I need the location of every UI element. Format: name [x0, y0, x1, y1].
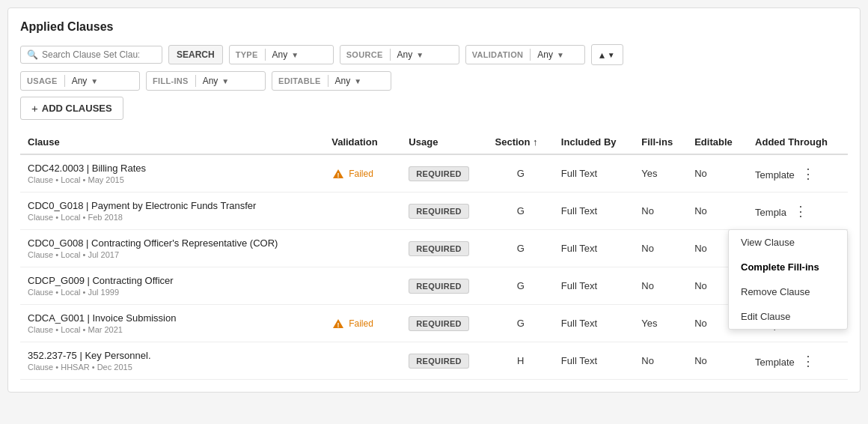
source-filter[interactable]: SOURCE Any ▼ Any	[340, 45, 459, 64]
warning-triangle-icon: !	[331, 168, 345, 180]
warning-triangle-icon: !	[331, 318, 345, 330]
more-options-button[interactable]: ⋮	[797, 166, 819, 182]
col-clause: Clause	[20, 130, 324, 154]
search-input[interactable]	[42, 49, 139, 60]
clause-cell: CDC42.0003 | Billing RatesClause • Local…	[20, 154, 324, 193]
fill-ins-filter[interactable]: FILL-INS Any ▼ Any	[146, 71, 266, 91]
editable-cell: No	[687, 342, 748, 380]
section-cell: G	[488, 267, 554, 305]
added-through-cell: Template ⋮	[748, 342, 848, 380]
col-included-by: Included By	[554, 130, 634, 154]
more-options-button[interactable]: ⋮	[789, 203, 812, 219]
filter-dropdown-arrow: ▼	[608, 51, 615, 59]
search-box[interactable]: 🔍	[20, 46, 162, 64]
added-through-value: Template	[755, 169, 795, 181]
edit-clause-item[interactable]: Edit Clause	[729, 304, 847, 329]
usage-cell: REQUIRED	[401, 342, 487, 380]
add-clauses-button[interactable]: + ADD CLAUSES	[20, 97, 123, 120]
clause-cell: 352.237-75 | Key Personnel.Clause • HHSA…	[20, 342, 324, 380]
clause-cell: CDCA_G001 | Invoice SubmissionClause • L…	[20, 305, 324, 342]
col-usage: Usage	[401, 130, 487, 154]
search-button[interactable]: SEARCH	[168, 45, 223, 64]
clause-cell: CDC0_G008 | Contracting Officer's Repres…	[20, 230, 324, 267]
clause-name: CDC0_G018 | Payment by Electronic Funds …	[28, 200, 317, 211]
editable-cell: No	[687, 193, 748, 230]
included-by-cell: Full Text	[554, 267, 634, 305]
funnel-icon: ▴	[599, 49, 605, 61]
filter-icon-button[interactable]: ▴ ▼	[591, 44, 623, 65]
required-badge: REQUIRED	[409, 316, 468, 331]
filters-row-1: 🔍 SEARCH TYPE Any ▼ Any SOURCE Any ▼ Any…	[20, 44, 848, 65]
included-by-cell: Full Text	[554, 342, 634, 380]
table-body: CDC42.0003 | Billing RatesClause • Local…	[20, 154, 848, 380]
table-row: CDC42.0003 | Billing RatesClause • Local…	[20, 154, 848, 193]
col-section[interactable]: Section ↑	[488, 130, 554, 154]
editable-filter[interactable]: EDITABLE Any ▼ Any	[272, 71, 391, 91]
failed-indicator: ! Failed	[331, 318, 394, 330]
clause-meta: Clause • Local • Jul 1999	[28, 288, 317, 297]
fill-ins-cell: Yes	[634, 154, 687, 193]
required-badge: REQUIRED	[409, 204, 468, 219]
usage-cell: REQUIRED	[401, 230, 487, 267]
section-cell: G	[488, 305, 554, 342]
remove-clause-item[interactable]: Remove Clause	[729, 279, 847, 304]
section-sort-icon: ↑	[533, 136, 538, 148]
included-by-cell: Full Text	[554, 193, 634, 230]
table-row: CDCA_G001 | Invoice SubmissionClause • L…	[20, 305, 848, 342]
validation-cell	[324, 230, 401, 267]
validation-cell	[324, 342, 401, 380]
clause-meta: Clause • HHSAR • Dec 2015	[28, 363, 317, 372]
editable-cell: No	[687, 154, 748, 193]
clause-name: CDCA_G001 | Invoice Submission	[28, 312, 317, 324]
included-by-cell: Full Text	[554, 230, 634, 267]
fill-ins-cell: No	[634, 193, 687, 230]
required-badge: REQUIRED	[409, 241, 468, 256]
more-options-button[interactable]: ⋮	[797, 353, 819, 369]
search-icon: 🔍	[27, 49, 38, 60]
section-cell: G	[488, 230, 554, 267]
section-cell: G	[488, 193, 554, 230]
fill-ins-cell: No	[634, 267, 687, 305]
fill-ins-cell: No	[634, 230, 687, 267]
add-clauses-label: ADD CLAUSES	[42, 103, 112, 114]
clause-cell: CDCP_G009 | Contracting OfficerClause • …	[20, 267, 324, 305]
validation-cell: ! Failed	[324, 305, 401, 342]
plus-icon: +	[31, 102, 38, 115]
added-through-cell: Templa ⋮ View Clause Complete Fill-ins R…	[748, 193, 848, 230]
clause-name: CDC0_G008 | Contracting Officer's Repres…	[28, 237, 317, 249]
view-clause-item[interactable]: View Clause	[729, 230, 847, 255]
col-validation: Validation	[324, 130, 401, 154]
clause-meta: Clause • Local • Jul 2017	[28, 250, 317, 259]
validation-cell	[324, 193, 401, 230]
filters-row-2: USAGE Any ▼ Any FILL-INS Any ▼ Any EDITA…	[20, 71, 848, 91]
type-filter[interactable]: TYPE Any ▼ Any	[229, 45, 334, 64]
table-row: CDC0_G008 | Contracting Officer's Repres…	[20, 230, 848, 267]
table-row: CDC0_G018 | Payment by Electronic Funds …	[20, 193, 848, 230]
included-by-cell: Full Text	[554, 154, 634, 193]
added-through-cell: Template ⋮	[748, 154, 848, 193]
required-badge: REQUIRED	[409, 354, 468, 369]
section-cell: H	[488, 342, 554, 380]
section-cell: G	[488, 154, 554, 193]
required-badge: REQUIRED	[409, 166, 468, 181]
usage-cell: REQUIRED	[401, 267, 487, 305]
clause-name: 352.237-75 | Key Personnel.	[28, 350, 317, 361]
clause-name: CDCP_G009 | Contracting Officer	[28, 275, 317, 286]
complete-fill-ins-item[interactable]: Complete Fill-ins	[729, 255, 847, 279]
added-through-value: Templa	[755, 207, 786, 218]
usage-cell: REQUIRED	[401, 154, 487, 193]
clause-meta: Clause • Local • May 2015	[28, 175, 317, 184]
clause-cell: CDC0_G018 | Payment by Electronic Funds …	[20, 193, 324, 230]
included-by-cell: Full Text	[554, 305, 634, 342]
col-editable: Editable	[687, 130, 748, 154]
svg-text:!: !	[337, 172, 340, 179]
fill-ins-cell: No	[634, 342, 687, 380]
fill-ins-cell: Yes	[634, 305, 687, 342]
failed-text: Failed	[349, 318, 373, 329]
usage-filter[interactable]: USAGE Any ▼ Any	[20, 71, 140, 91]
required-badge: REQUIRED	[409, 279, 468, 294]
validation-cell	[324, 267, 401, 305]
usage-cell: REQUIRED	[401, 193, 487, 230]
col-fill-ins: Fill-ins	[634, 130, 687, 154]
validation-filter[interactable]: VALIDATION Any ▼ Any	[465, 45, 585, 64]
